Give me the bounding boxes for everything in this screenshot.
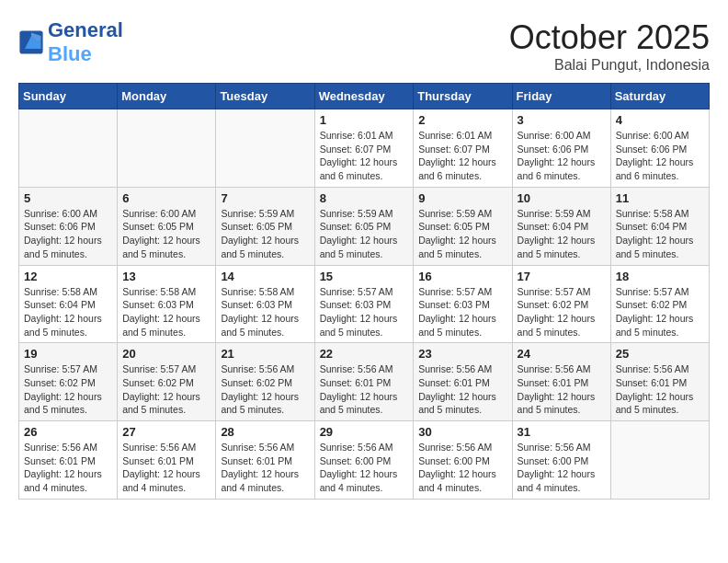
- day-number: 6: [122, 191, 210, 205]
- day-number: 11: [616, 191, 704, 205]
- day-info: Sunrise: 5:58 AM Sunset: 6:04 PM Dayligh…: [24, 285, 112, 339]
- logo-line2: Blue: [48, 42, 92, 65]
- day-number: 20: [122, 347, 210, 361]
- calendar-cell: 30Sunrise: 5:56 AM Sunset: 6:00 PM Dayli…: [414, 421, 512, 500]
- calendar-cell: [118, 109, 216, 188]
- weekday-header-sunday: Sunday: [19, 84, 118, 109]
- calendar-week-row: 26Sunrise: 5:56 AM Sunset: 6:01 PM Dayli…: [19, 421, 710, 500]
- day-info: Sunrise: 6:01 AM Sunset: 6:07 PM Dayligh…: [418, 129, 506, 183]
- day-number: 12: [24, 270, 112, 283]
- calendar-cell: 15Sunrise: 5:57 AM Sunset: 6:03 PM Dayli…: [314, 265, 414, 343]
- day-number: 10: [518, 191, 606, 205]
- calendar-cell: 11Sunrise: 5:58 AM Sunset: 6:04 PM Dayli…: [610, 187, 709, 265]
- page-header: General Blue October 2025 Balai Pungut, …: [18, 18, 710, 74]
- day-info: Sunrise: 6:00 AM Sunset: 6:06 PM Dayligh…: [24, 207, 112, 261]
- calendar-cell: 14Sunrise: 5:58 AM Sunset: 6:03 PM Dayli…: [216, 265, 314, 343]
- day-info: Sunrise: 6:00 AM Sunset: 6:06 PM Dayligh…: [518, 129, 606, 183]
- day-number: 29: [320, 425, 409, 439]
- day-info: Sunrise: 5:59 AM Sunset: 6:05 PM Dayligh…: [418, 207, 506, 261]
- day-number: 14: [221, 270, 309, 283]
- day-number: 27: [122, 425, 210, 439]
- day-info: Sunrise: 5:56 AM Sunset: 6:00 PM Dayligh…: [418, 441, 506, 495]
- day-number: 1: [320, 113, 409, 127]
- day-number: 22: [320, 347, 409, 361]
- calendar-cell: 26Sunrise: 5:56 AM Sunset: 6:01 PM Dayli…: [19, 421, 118, 500]
- calendar-cell: 13Sunrise: 5:58 AM Sunset: 6:03 PM Dayli…: [118, 265, 216, 343]
- day-info: Sunrise: 6:00 AM Sunset: 6:06 PM Dayligh…: [616, 129, 704, 183]
- calendar-week-row: 12Sunrise: 5:58 AM Sunset: 6:04 PM Dayli…: [19, 265, 710, 343]
- calendar-cell: 5Sunrise: 6:00 AM Sunset: 6:06 PM Daylig…: [19, 187, 118, 265]
- day-number: 19: [24, 347, 112, 361]
- day-number: 26: [24, 425, 112, 439]
- calendar-cell: 22Sunrise: 5:56 AM Sunset: 6:01 PM Dayli…: [314, 343, 414, 421]
- calendar-cell: 8Sunrise: 5:59 AM Sunset: 6:05 PM Daylig…: [314, 187, 414, 265]
- day-info: Sunrise: 6:00 AM Sunset: 6:05 PM Dayligh…: [122, 207, 210, 261]
- weekday-header-tuesday: Tuesday: [216, 84, 314, 109]
- calendar-cell: 27Sunrise: 5:56 AM Sunset: 6:01 PM Dayli…: [118, 421, 216, 500]
- calendar-cell: 28Sunrise: 5:56 AM Sunset: 6:01 PM Dayli…: [216, 421, 314, 500]
- month-title: October 2025: [509, 18, 710, 57]
- day-number: 15: [320, 270, 409, 283]
- day-info: Sunrise: 5:56 AM Sunset: 6:01 PM Dayligh…: [122, 441, 210, 495]
- day-number: 30: [418, 425, 506, 439]
- day-number: 24: [518, 347, 606, 361]
- day-number: 16: [418, 270, 506, 283]
- day-number: 13: [122, 270, 210, 283]
- day-number: 9: [418, 191, 506, 205]
- logo-icon: [18, 29, 44, 55]
- day-info: Sunrise: 6:01 AM Sunset: 6:07 PM Dayligh…: [320, 129, 409, 183]
- day-number: 4: [616, 113, 704, 127]
- calendar-cell: 19Sunrise: 5:57 AM Sunset: 6:02 PM Dayli…: [19, 343, 118, 421]
- calendar-cell: 31Sunrise: 5:56 AM Sunset: 6:00 PM Dayli…: [512, 421, 610, 500]
- day-info: Sunrise: 5:56 AM Sunset: 6:01 PM Dayligh…: [616, 362, 704, 417]
- day-info: Sunrise: 5:56 AM Sunset: 6:01 PM Dayligh…: [518, 362, 606, 417]
- day-number: 5: [24, 191, 112, 205]
- weekday-header-saturday: Saturday: [610, 84, 709, 109]
- day-number: 17: [518, 270, 606, 283]
- day-info: Sunrise: 5:57 AM Sunset: 6:03 PM Dayligh…: [418, 285, 506, 339]
- weekday-header-monday: Monday: [118, 84, 216, 109]
- day-number: 31: [518, 425, 606, 439]
- calendar-cell: 16Sunrise: 5:57 AM Sunset: 6:03 PM Dayli…: [414, 265, 512, 343]
- calendar-cell: 21Sunrise: 5:56 AM Sunset: 6:02 PM Dayli…: [216, 343, 314, 421]
- calendar-cell: 25Sunrise: 5:56 AM Sunset: 6:01 PM Dayli…: [610, 343, 709, 421]
- location-subtitle: Balai Pungut, Indonesia: [509, 57, 710, 74]
- logo-line1: General: [48, 18, 123, 41]
- calendar-cell: 1Sunrise: 6:01 AM Sunset: 6:07 PM Daylig…: [314, 109, 414, 188]
- day-info: Sunrise: 5:57 AM Sunset: 6:02 PM Dayligh…: [24, 362, 112, 417]
- calendar-cell: 20Sunrise: 5:57 AM Sunset: 6:02 PM Dayli…: [118, 343, 216, 421]
- day-info: Sunrise: 5:57 AM Sunset: 6:02 PM Dayligh…: [122, 362, 210, 417]
- calendar-cell: 10Sunrise: 5:59 AM Sunset: 6:04 PM Dayli…: [512, 187, 610, 265]
- day-info: Sunrise: 5:56 AM Sunset: 6:00 PM Dayligh…: [320, 441, 409, 495]
- calendar-cell: 9Sunrise: 5:59 AM Sunset: 6:05 PM Daylig…: [414, 187, 512, 265]
- calendar-cell: 6Sunrise: 6:00 AM Sunset: 6:05 PM Daylig…: [118, 187, 216, 265]
- day-info: Sunrise: 5:56 AM Sunset: 6:01 PM Dayligh…: [24, 441, 112, 495]
- calendar-week-row: 1Sunrise: 6:01 AM Sunset: 6:07 PM Daylig…: [19, 109, 710, 188]
- calendar-cell: 4Sunrise: 6:00 AM Sunset: 6:06 PM Daylig…: [610, 109, 709, 188]
- calendar-cell: 29Sunrise: 5:56 AM Sunset: 6:00 PM Dayli…: [314, 421, 414, 500]
- day-number: 28: [221, 425, 309, 439]
- day-number: 8: [320, 191, 409, 205]
- calendar-cell: 12Sunrise: 5:58 AM Sunset: 6:04 PM Dayli…: [19, 265, 118, 343]
- title-block: October 2025 Balai Pungut, Indonesia: [509, 18, 710, 74]
- day-info: Sunrise: 5:56 AM Sunset: 6:02 PM Dayligh…: [221, 362, 309, 417]
- calendar-cell: [216, 109, 314, 188]
- day-number: 7: [221, 191, 309, 205]
- weekday-header-thursday: Thursday: [414, 84, 512, 109]
- day-info: Sunrise: 5:57 AM Sunset: 6:02 PM Dayligh…: [518, 285, 606, 339]
- calendar-cell: 7Sunrise: 5:59 AM Sunset: 6:05 PM Daylig…: [216, 187, 314, 265]
- weekday-header-friday: Friday: [512, 84, 610, 109]
- logo: General Blue: [18, 18, 123, 67]
- calendar-cell: 2Sunrise: 6:01 AM Sunset: 6:07 PM Daylig…: [414, 109, 512, 188]
- day-number: 3: [518, 113, 606, 127]
- calendar-cell: 17Sunrise: 5:57 AM Sunset: 6:02 PM Dayli…: [512, 265, 610, 343]
- day-info: Sunrise: 5:56 AM Sunset: 6:01 PM Dayligh…: [320, 362, 409, 417]
- day-info: Sunrise: 5:57 AM Sunset: 6:02 PM Dayligh…: [616, 285, 704, 339]
- calendar-week-row: 5Sunrise: 6:00 AM Sunset: 6:06 PM Daylig…: [19, 187, 710, 265]
- calendar-cell: [610, 421, 709, 500]
- calendar-table: SundayMondayTuesdayWednesdayThursdayFrid…: [18, 83, 710, 500]
- day-number: 25: [616, 347, 704, 361]
- logo-text: General Blue: [48, 18, 123, 67]
- day-number: 2: [418, 113, 506, 127]
- day-info: Sunrise: 5:56 AM Sunset: 6:01 PM Dayligh…: [418, 362, 506, 417]
